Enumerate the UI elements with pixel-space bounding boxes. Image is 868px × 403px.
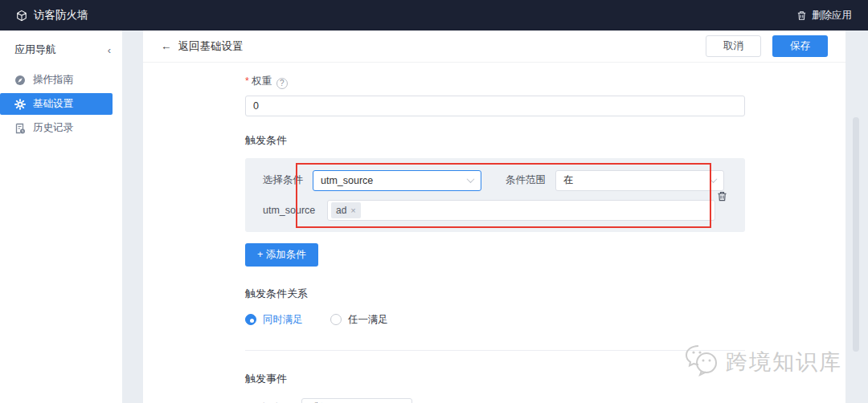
radio-label: 同时满足 <box>263 313 303 327</box>
trigger-event-heading: 触发事件 <box>245 372 745 386</box>
range-select[interactable]: 在 <box>555 170 724 191</box>
compass-icon <box>14 75 26 86</box>
required-asterisk: * <box>245 75 249 87</box>
sidebar-item-basic-settings[interactable]: 基础设置 <box>0 93 113 115</box>
scrollbar-thumb[interactable] <box>853 117 859 352</box>
back-link[interactable]: ← 返回基础设置 <box>161 39 244 54</box>
condition-select-label: 选择条件 <box>263 173 303 187</box>
content-panel: ← 返回基础设置 取消 保存 *权重? 触发条件 选择条件 utm_source <box>143 31 845 403</box>
help-icon[interactable]: ? <box>276 78 288 89</box>
section-divider <box>245 350 745 351</box>
gear-icon <box>14 99 26 110</box>
app-title: 访客防火墙 <box>34 8 88 22</box>
condition-panel: 选择条件 utm_source 条件范围 在 utm_source <box>245 158 745 232</box>
radio-any-match[interactable]: 任一满足 <box>330 313 388 327</box>
rule-form: *权重? 触发条件 选择条件 utm_source 条件范围 在 <box>245 63 745 403</box>
history-icon <box>14 123 26 134</box>
sidebar: 应用导航 ‹ 操作指南 <box>0 31 122 403</box>
weight-label-row: *权重? <box>245 73 745 89</box>
back-arrow-icon: ← <box>161 40 172 52</box>
radio-icon <box>330 314 342 325</box>
add-condition-button[interactable]: + 添加条件 <box>245 243 318 267</box>
right-gutter <box>845 31 868 403</box>
delete-condition-button[interactable] <box>717 191 727 202</box>
app-identity: 访客防火墙 <box>16 8 88 22</box>
cancel-button[interactable]: 取消 <box>706 35 761 57</box>
sidebar-item-label: 历史记录 <box>33 121 73 135</box>
save-button[interactable]: 保存 <box>772 35 828 57</box>
tag-text: ad <box>336 205 346 216</box>
content-header: ← 返回基础设置 取消 保存 <box>143 31 845 63</box>
sidebar-item-guide[interactable]: 操作指南 <box>0 69 122 91</box>
range-select-value: 在 <box>563 173 574 187</box>
radio-all-match[interactable]: 同时满足 <box>245 313 303 327</box>
event-select[interactable]: 跳转 <box>301 398 412 403</box>
weight-label: 权重 <box>252 75 272 87</box>
back-label: 返回基础设置 <box>178 39 244 54</box>
param-label: utm_source <box>263 205 317 216</box>
trigger-condition-heading: 触发条件 <box>245 133 745 148</box>
radio-icon <box>245 314 256 325</box>
condition-select-value: utm_source <box>321 175 373 186</box>
delete-app-button[interactable]: 删除应用 <box>796 9 852 22</box>
relation-radio-group: 同时满足 任一满足 <box>245 313 745 327</box>
collapse-sidebar-icon[interactable]: ‹ <box>108 44 111 56</box>
trash-icon <box>796 10 807 21</box>
relation-heading: 触发条件关系 <box>245 287 745 301</box>
cube-icon <box>16 10 27 21</box>
param-value-input[interactable]: ad × <box>327 200 715 221</box>
chevron-down-icon <box>710 175 718 183</box>
condition-select[interactable]: utm_source <box>313 170 481 191</box>
sidebar-item-label: 操作指南 <box>33 73 73 87</box>
sidebar-item-history[interactable]: 历史记录 <box>0 117 122 139</box>
delete-app-label: 删除应用 <box>812 9 852 22</box>
topbar: 访客防火墙 删除应用 <box>0 0 868 31</box>
sidebar-item-label: 基础设置 <box>33 97 73 111</box>
tag-close-icon[interactable]: × <box>350 206 355 215</box>
radio-label: 任一满足 <box>348 313 388 327</box>
chevron-down-icon <box>467 175 475 183</box>
left-gutter <box>122 31 143 403</box>
value-tag: ad × <box>331 202 361 218</box>
sidebar-title: 应用导航 <box>14 43 56 57</box>
range-label: 条件范围 <box>506 173 546 187</box>
weight-input[interactable] <box>245 96 745 116</box>
